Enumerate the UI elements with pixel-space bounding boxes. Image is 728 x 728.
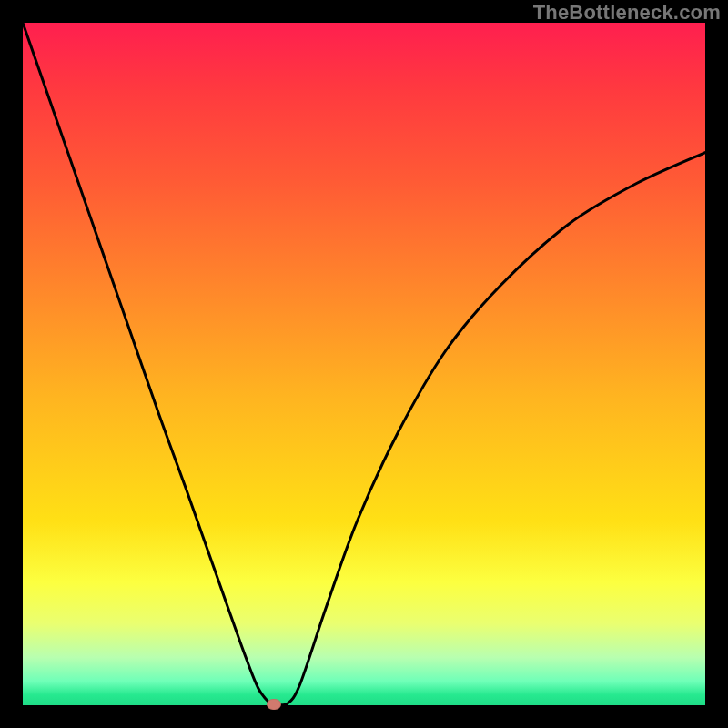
chart-frame: TheBottleneck.com: [0, 0, 728, 728]
watermark-text: TheBottleneck.com: [533, 1, 721, 25]
bottleneck-curve: [23, 23, 705, 705]
plot-area: [23, 23, 705, 705]
optimum-marker: [267, 699, 281, 710]
